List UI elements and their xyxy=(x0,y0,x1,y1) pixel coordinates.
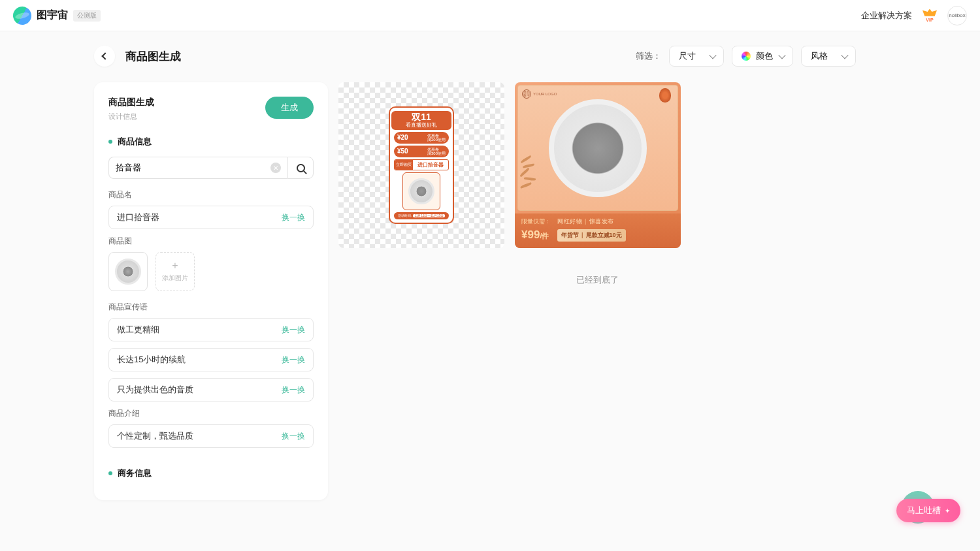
sidebar-panel: 商品图生成 设计信息 生成 商品信息 ✕ 商品名 进口拾音器 换一换 xyxy=(94,82,328,500)
add-image-label: 添加图片 xyxy=(162,274,188,283)
lantern-icon xyxy=(659,88,671,102)
add-image-button[interactable]: + 添加图片 xyxy=(155,252,195,291)
slogan-value-1: 做工更精细 xyxy=(117,324,159,336)
intro-value: 个性定制，甄选品质 xyxy=(117,430,193,442)
card1-bg: 双11 看直播送好礼 ¥20 优惠卷 满200使用 xyxy=(338,82,504,248)
dropdown-color-label: 颜色 xyxy=(756,50,773,62)
intro-label: 商品介绍 xyxy=(108,408,314,419)
header-left: 图宇宙 公测版 xyxy=(13,7,101,25)
vip-badge[interactable]: VIP xyxy=(921,9,938,22)
bamboo-icon xyxy=(515,158,541,197)
dropdown-size[interactable]: 尺寸 xyxy=(669,46,724,67)
cards-row: 双11 看直播送好礼 ¥20 优惠卷 满200使用 xyxy=(338,82,856,248)
intro-field: 个性定制，甄选品质 换一换 xyxy=(108,424,314,448)
coupon1-tag: 优惠卷 满200使用 xyxy=(427,134,446,142)
generate-button[interactable]: 生成 xyxy=(265,97,314,119)
slogan-label: 商品宣传语 xyxy=(108,302,314,313)
card2-logo-icon: 唐品数字 xyxy=(522,89,531,99)
slogan-value-2: 长达15小时的续航 xyxy=(117,354,186,366)
card2-tags-col: 网红好物|惊喜发布 年货节|尾款立减10元 xyxy=(557,217,674,242)
dropdown-style[interactable]: 风格 xyxy=(801,46,856,67)
card2-info: 限量仅需： ¥99/件 网红好物|惊喜发布 年货节|尾款立减10元 xyxy=(515,213,681,248)
promo1-title: 双11 看直播送好礼 xyxy=(391,111,451,130)
plus-icon: + xyxy=(172,260,178,271)
vip-text: VIP xyxy=(921,18,938,22)
filter-label: 筛选： xyxy=(636,50,661,62)
card2-price-col: 限量仅需： ¥99/件 xyxy=(521,217,551,242)
card2-limited: 限量仅需： xyxy=(521,217,551,226)
section-business-info: 商务信息 xyxy=(108,467,314,479)
coupon-2: ¥50 优惠卷 满300使用 xyxy=(394,146,449,157)
coupon2-tag: 优惠卷 满300使用 xyxy=(427,148,446,155)
swap-slogan-1[interactable]: 换一换 xyxy=(282,324,305,336)
slogan-field-3: 只为提供出色的音质 换一换 xyxy=(108,378,314,401)
promo1-title-sub: 看直播送好礼 xyxy=(391,122,451,129)
promo1-footer: 活动时间: 11月11日—11月13日 xyxy=(394,212,449,219)
promo1-footer-date: 11月11日—11月13日 xyxy=(413,214,445,217)
results: 双11 看直播送好礼 ¥20 优惠卷 满200使用 xyxy=(338,82,856,500)
promo1-speaker-icon xyxy=(408,178,434,204)
speaker-icon xyxy=(115,259,141,285)
promo1-title-main: 双11 xyxy=(391,112,451,122)
panel-head: 商品图生成 设计信息 生成 xyxy=(108,97,314,121)
slogan-field-1: 做工更精细 换一换 xyxy=(108,318,314,341)
slogan-field-2: 长达15小时的续航 换一换 xyxy=(108,348,314,371)
color-wheel-icon xyxy=(742,52,751,61)
card2-logo-text: YOUR LOGO xyxy=(533,92,557,96)
end-text: 已经到底了 xyxy=(338,274,856,286)
dropdown-style-label: 风格 xyxy=(811,50,828,62)
swap-intro[interactable]: 换一换 xyxy=(282,431,305,442)
search-input[interactable] xyxy=(116,163,270,173)
slogan-value-3: 只为提供出色的音质 xyxy=(117,384,193,396)
result-card-1[interactable]: 双11 看直播送好礼 ¥20 优惠卷 满200使用 xyxy=(338,82,504,248)
main: 商品图生成 筛选： 尺寸 颜色 风格 商品图生成 设计信息 生 xyxy=(0,31,980,500)
header-right: 企业解决方案 VIP nolibox xyxy=(861,6,967,25)
toolbar: 商品图生成 筛选： 尺寸 颜色 风格 xyxy=(94,46,856,67)
card2-price: ¥99/件 xyxy=(521,229,551,242)
chevron-left-icon xyxy=(101,52,108,59)
toolbar-left: 商品图生成 xyxy=(94,46,181,67)
card2-speaker-icon xyxy=(549,99,647,197)
promo1: 双11 看直播送好礼 ¥20 优惠卷 满200使用 xyxy=(389,106,454,224)
card2-main: 唐品数字 YOUR LOGO xyxy=(517,85,678,211)
search-icon xyxy=(297,164,305,172)
dropdown-size-label: 尺寸 xyxy=(679,50,696,62)
search-button[interactable] xyxy=(287,157,314,179)
brand-name: 图宇宙 xyxy=(37,8,68,22)
coupon-1: ¥20 优惠卷 满200使用 xyxy=(394,132,449,144)
page-title: 商品图生成 xyxy=(125,49,181,64)
clear-icon[interactable]: ✕ xyxy=(270,163,281,173)
toolbar-right: 筛选： 尺寸 颜色 风格 xyxy=(636,46,856,67)
result-card-2[interactable]: 唐品数字 YOUR LOGO xyxy=(515,82,681,248)
promo1-speaker-wrap xyxy=(402,172,440,210)
enterprise-link[interactable]: 企业解决方案 xyxy=(861,10,912,22)
logo-icon xyxy=(11,4,33,26)
header: 图宇宙 公测版 企业解决方案 VIP nolibox xyxy=(0,0,980,31)
image-row: + 添加图片 xyxy=(108,252,314,291)
promo1-product: 立即购买 进口拾音器 xyxy=(394,159,449,170)
feedback-button[interactable]: 马上吐槽 xyxy=(896,499,960,522)
card2-logo: 唐品数字 YOUR LOGO xyxy=(522,89,557,99)
search-row: ✕ xyxy=(108,157,314,179)
swap-product-name[interactable]: 换一换 xyxy=(282,212,305,223)
panel-subtitle: 设计信息 xyxy=(108,112,154,121)
card2-discount: 年货节|尾款立减10元 xyxy=(557,229,626,242)
card2-tagline: 网红好物|惊喜发布 xyxy=(557,217,674,226)
coupon2-amount: ¥50 xyxy=(397,148,408,155)
back-button[interactable] xyxy=(94,46,115,67)
feedback-label: 马上吐槽 xyxy=(907,505,941,516)
product-name-label: 商品名 xyxy=(108,189,314,200)
swap-slogan-3[interactable]: 换一换 xyxy=(282,385,305,396)
section-product-info: 商品信息 xyxy=(108,136,314,148)
promo1-footer-label: 活动时间: xyxy=(398,213,412,217)
swap-slogan-2[interactable]: 换一换 xyxy=(282,354,305,366)
dropdown-color[interactable]: 颜色 xyxy=(732,46,793,67)
product-name-field: 进口拾音器 换一换 xyxy=(108,206,314,229)
product-name-value: 进口拾音器 xyxy=(117,212,159,223)
product-image-label: 商品图 xyxy=(108,236,314,247)
avatar[interactable]: nolibox xyxy=(947,6,967,25)
panel-title: 商品图生成 xyxy=(108,97,154,108)
coupon1-amount: ¥20 xyxy=(397,134,408,141)
thumb-product[interactable] xyxy=(108,252,148,291)
panel-titles: 商品图生成 设计信息 xyxy=(108,97,154,121)
